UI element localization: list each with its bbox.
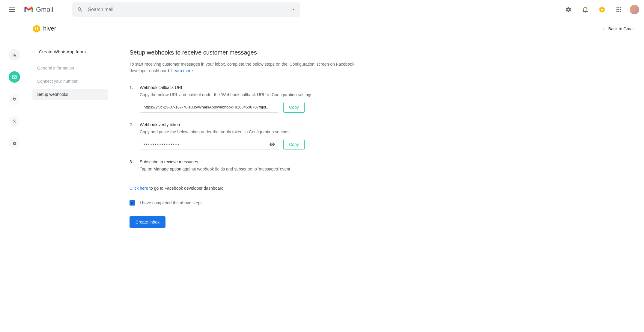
page-desc-text: To start receiving customer messages in …	[130, 62, 354, 73]
notifications-button[interactable]	[579, 4, 591, 16]
step-2-desc: Copy and paste the below token under the…	[140, 129, 368, 134]
hiver-app-button[interactable]	[596, 4, 608, 16]
gmail-logo[interactable]: Gmail	[24, 6, 53, 13]
svg-rect-4	[14, 54, 15, 56]
subnav-item-webhooks[interactable]: Setup webhooks	[32, 89, 108, 100]
step-3: 3. Subscribe to recieve messages Tap on …	[130, 159, 368, 176]
search-options-icon[interactable]	[292, 8, 295, 11]
webhook-url-value: https://2f3c-23-87-167-76.eu.io/WhatsApp…	[144, 105, 268, 109]
gmail-header: Gmail	[0, 0, 644, 19]
rail-contacts[interactable]	[9, 116, 20, 127]
rail-settings[interactable]	[9, 138, 20, 149]
learn-more-link[interactable]: Learn more	[171, 68, 193, 73]
user-avatar[interactable]	[630, 5, 639, 14]
check-icon	[130, 201, 134, 205]
back-to-gmail-link[interactable]: Back to Gmail	[602, 26, 634, 31]
gear-small-icon	[12, 141, 16, 146]
page-description: To start receiving customer messages in …	[130, 61, 368, 74]
search-bar[interactable]	[72, 2, 300, 17]
gmail-m-icon	[24, 6, 34, 13]
step-1-desc: Copy the below URL and paste it under th…	[140, 92, 368, 97]
step-3-desc: Tap on Manage option against webhook fie…	[140, 167, 368, 171]
step-1-title: Webhook callback URL	[140, 85, 368, 90]
step-2-title: Webhook verify token	[140, 122, 368, 127]
rail-analytics[interactable]	[9, 49, 20, 61]
copy-token-button[interactable]: Copy	[283, 139, 305, 150]
dashboard-link-suffix: to go to Facebook developer dashboard	[148, 186, 223, 191]
bell-icon	[582, 6, 589, 13]
confirm-checkbox[interactable]	[130, 200, 135, 206]
subnav-back[interactable]: Create WhatsApp Inbox	[29, 49, 108, 54]
svg-rect-5	[15, 55, 16, 57]
content: Setup webhooks to receive customer messa…	[113, 38, 383, 242]
inbox-icon	[12, 74, 17, 80]
subnav: Create WhatsApp Inbox General informatio…	[29, 38, 113, 242]
back-link-label: Back to Gmail	[608, 26, 634, 31]
step-2: 2. Webhook verify token Copy and paste t…	[130, 122, 368, 150]
hiver-subheader: hiver Back to Gmail	[0, 19, 644, 38]
confirm-checkbox-label: I have completed the above steps	[140, 200, 202, 205]
main-layout: Create WhatsApp Inbox General informatio…	[0, 38, 644, 242]
apps-button[interactable]	[613, 4, 625, 16]
hiver-logo[interactable]: hiver	[32, 25, 56, 33]
page-title: Setup webhooks to receive customer messa…	[130, 49, 368, 56]
subnav-item-connect[interactable]: Connect your number	[32, 76, 108, 87]
confirm-checkbox-row: I have completed the above steps	[130, 200, 368, 206]
left-rail	[0, 38, 29, 242]
analytics-icon	[12, 52, 17, 57]
subnav-title: Create WhatsApp Inbox	[39, 49, 87, 54]
hiver-hex-icon	[598, 6, 606, 13]
copy-url-button[interactable]: Copy	[283, 102, 305, 113]
search-icon	[77, 7, 83, 13]
gear-icon	[565, 6, 572, 13]
create-inbox-button[interactable]: Create Inbox	[130, 216, 165, 228]
verify-token-value: ••••••••••••••••	[144, 142, 180, 147]
main-menu-button[interactable]	[5, 2, 19, 17]
search-input[interactable]	[88, 7, 287, 12]
settings-button[interactable]	[562, 4, 574, 16]
facebook-dashboard-link[interactable]: Click here	[130, 186, 148, 191]
person-icon	[12, 119, 17, 124]
apps-grid-icon	[616, 7, 621, 12]
svg-rect-1	[601, 9, 602, 10]
step-num-1: 1.	[130, 85, 134, 113]
svg-point-0	[586, 7, 588, 9]
hiver-brand-text: hiver	[43, 25, 56, 32]
verify-token-field[interactable]: ••••••••••••••••	[140, 139, 279, 150]
step-num-2: 2.	[130, 122, 134, 150]
step-num-3: 3.	[130, 159, 134, 176]
svg-rect-2	[602, 9, 603, 10]
hamburger-icon	[9, 7, 15, 12]
webhook-url-field[interactable]: https://2f3c-23-87-167-76.eu.io/WhatsApp…	[140, 102, 279, 113]
hiver-logo-icon	[32, 25, 41, 33]
step-1: 1. Webhook callback URL Copy the below U…	[130, 85, 368, 113]
show-token-icon[interactable]	[269, 141, 275, 147]
plug-icon	[12, 97, 17, 102]
chevron-left-icon	[602, 27, 605, 30]
chevron-left-icon	[32, 50, 35, 53]
step-3-title: Subscribe to recieve messages	[140, 159, 368, 164]
rail-inbox[interactable]	[9, 71, 20, 83]
header-right	[562, 4, 639, 16]
subnav-item-general[interactable]: General information	[32, 63, 108, 73]
svg-rect-3	[13, 55, 13, 57]
gmail-brand-text: Gmail	[36, 6, 53, 13]
rail-automation[interactable]	[9, 93, 20, 105]
dashboard-link-row: Click here to go to Facebook developer d…	[130, 186, 368, 191]
